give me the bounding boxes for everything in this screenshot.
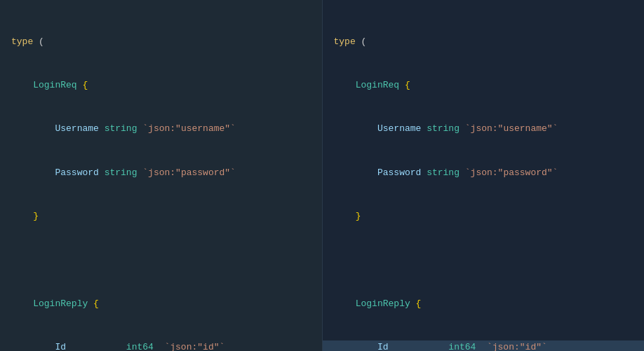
right-panel: type ( LoginReq { Username string `json:…	[322, 0, 645, 351]
left-code: type ( LoginReq { Username string `json:…	[11, 6, 311, 351]
left-panel: type ( LoginReq { Username string `json:…	[0, 0, 322, 351]
right-code: type ( LoginReq { Username string `json:…	[334, 6, 633, 351]
